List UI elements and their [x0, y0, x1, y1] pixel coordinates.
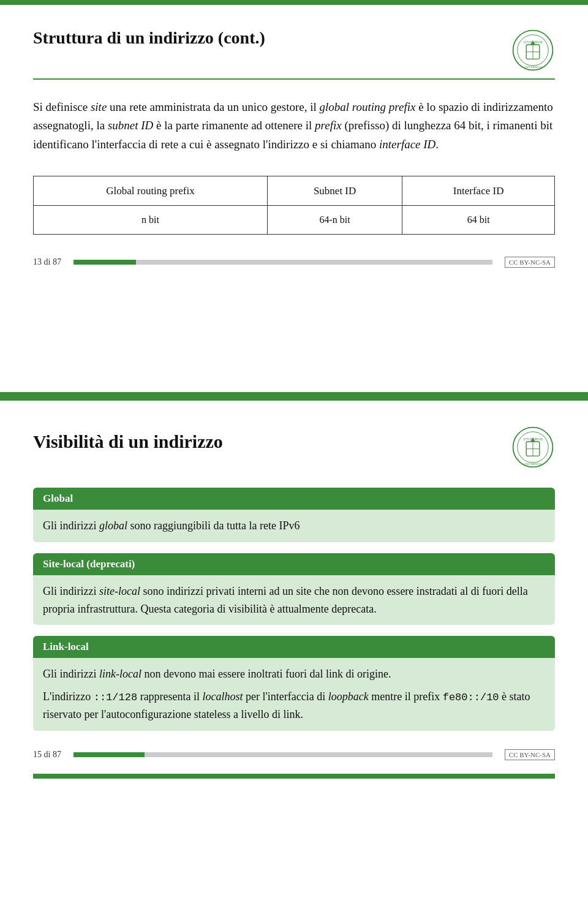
- link-local-label: Link-local: [33, 636, 555, 658]
- slide2-page-number: 15 di 87: [33, 750, 61, 760]
- slide2-bottom-bar: [33, 774, 555, 779]
- site-local-label: Site-local (deprecati): [33, 553, 555, 575]
- global-em: global: [99, 519, 127, 532]
- slide-1: Struttura di un indirizzo (cont.) STVDIO…: [0, 0, 588, 392]
- slide1-page-number: 13 di 87: [33, 257, 61, 267]
- visibility-section: Global Gli indirizzi global sono raggiun…: [33, 488, 555, 731]
- slide1-paragraph: Si definisce site una rete amministrata …: [33, 98, 555, 154]
- slide1-footer: 13 di 87 CC BY-NC-SA: [33, 253, 555, 271]
- slide2-title: Visibilità di un indirizzo: [33, 431, 223, 452]
- site-local-box: Site-local (deprecati) Gli indirizzi sit…: [33, 553, 555, 625]
- subnet-italic: subnet ID: [108, 119, 153, 132]
- slide-divider: [0, 392, 588, 401]
- link-local-text-2: L'indirizzo ::1/128 rappresenta il local…: [43, 688, 545, 723]
- site-italic: site: [91, 100, 107, 113]
- slide2-cc-badge: CC BY-NC-SA: [505, 749, 555, 760]
- slide2-progress-fill: [74, 752, 145, 757]
- university-logo: STVDIORVM UNIVERSITAS: [511, 28, 555, 72]
- localhost-code: ::1/128: [94, 692, 137, 703]
- global-italic: global routing prefix: [320, 100, 416, 113]
- top-bar-1: [0, 0, 588, 5]
- slide2-footer: 15 di 87 CC BY-NC-SA: [33, 746, 555, 764]
- table-cell-64nbit: 64-n bit: [267, 206, 402, 235]
- slide-2: Visibilità di un indirizzo STVDIORVM UNI…: [0, 401, 588, 860]
- table-cell-64bit: 64 bit: [402, 206, 555, 235]
- global-box: Global Gli indirizzi global sono raggiun…: [33, 488, 555, 542]
- slide2-progress-bar: [74, 752, 492, 757]
- table-header-interface: Interface ID: [402, 176, 555, 206]
- site-local-text: Gli indirizzi site-local sono indirizzi …: [43, 583, 545, 618]
- loopback-em: loopback: [328, 690, 369, 703]
- interface-italic: interface ID: [379, 138, 435, 151]
- link-local-box: Link-local Gli indirizzi link-local non …: [33, 636, 555, 731]
- table-header-subnet: Subnet ID: [267, 176, 402, 206]
- fe80-code: fe80::/10: [443, 692, 499, 703]
- svg-text:UNIVERSITAS: UNIVERSITAS: [524, 463, 542, 466]
- slide1-title: Struttura di un indirizzo (cont.): [33, 28, 265, 48]
- slide1-header: Struttura di un indirizzo (cont.) STVDIO…: [33, 28, 555, 80]
- svg-text:UNIVERSITAS: UNIVERSITAS: [524, 66, 542, 69]
- prefix-italic: prefix: [315, 119, 342, 132]
- table-cell-nbit: n bit: [34, 206, 268, 235]
- slide2-header: Visibilità di un indirizzo STVDIORVM UNI…: [33, 425, 555, 469]
- university-logo-2: STVDIORVM UNIVERSITAS: [511, 425, 555, 469]
- site-local-body: Gli indirizzi site-local sono indirizzi …: [33, 575, 555, 625]
- link-local-body: Gli indirizzi link-local non devono mai …: [33, 658, 555, 731]
- localhost-em: localhost: [203, 690, 243, 703]
- address-structure-table: Global routing prefix Subnet ID Interfac…: [33, 176, 555, 235]
- slide1-body: Si definisce site una rete amministrata …: [33, 98, 555, 235]
- slide1-progress-bar: [74, 260, 492, 265]
- global-text: Gli indirizzi global sono raggiungibili …: [43, 517, 545, 535]
- page: Struttura di un indirizzo (cont.) STVDIO…: [0, 0, 588, 914]
- global-label: Global: [33, 488, 555, 510]
- table-header-global: Global routing prefix: [34, 176, 268, 206]
- slide1-cc-badge: CC BY-NC-SA: [505, 257, 555, 268]
- slide1-progress-fill: [74, 260, 137, 265]
- link-local-em: link-local: [99, 668, 141, 680]
- site-local-em: site-local: [99, 585, 140, 597]
- global-body: Gli indirizzi global sono raggiungibili …: [33, 510, 555, 542]
- link-local-text-1: Gli indirizzi link-local non devono mai …: [43, 665, 545, 683]
